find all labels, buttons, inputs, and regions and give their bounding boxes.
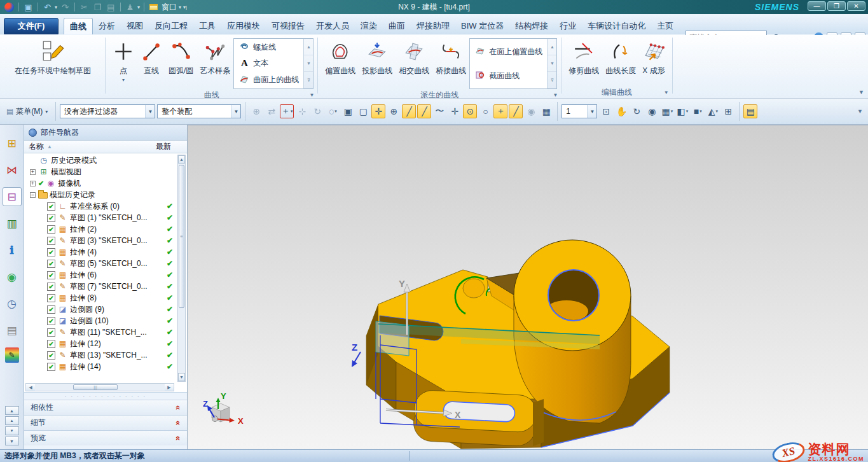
gallery-up-icon[interactable]: ▲: [548, 39, 556, 55]
snap-quadrant-icon[interactable]: ○: [478, 104, 492, 118]
scroll-down-arrow-icon[interactable]: ▼: [178, 373, 185, 381]
cad-model[interactable]: Y X Z Z Y X: [188, 125, 868, 450]
window-dropdown-icon[interactable]: ▾: [179, 4, 181, 10]
feature-label[interactable]: 草图 (13) "SKETCH_...: [70, 350, 148, 361]
filter-dropdown-icon[interactable]: ▼: [145, 105, 155, 118]
tab-reverse-engineering[interactable]: 反向工程: [149, 18, 193, 34]
point-dropdown-icon[interactable]: ▾: [122, 77, 125, 83]
view-orient-icon[interactable]: ■: [691, 104, 705, 118]
latest-column-label[interactable]: 最新: [156, 141, 171, 152]
expand-icon[interactable]: −: [30, 192, 36, 198]
tab-vehicle-design-automation[interactable]: 车辆设计自动化: [582, 18, 651, 34]
tree-item[interactable]: + ⊞ 模型视图: [24, 166, 187, 178]
snap-enable-icon[interactable]: ✛: [371, 104, 385, 118]
view-section-icon[interactable]: ◭: [706, 104, 720, 118]
assembly-constraints-icon[interactable]: ⊕: [249, 104, 263, 118]
pan-icon[interactable]: ✋: [614, 104, 628, 118]
rotate-view-icon[interactable]: ↻: [630, 104, 644, 118]
curve-length-button[interactable]: 曲线长度: [602, 37, 639, 87]
feature-label[interactable]: 模型视图: [51, 167, 81, 178]
scroll-right-arrow-icon[interactable]: ▶: [165, 384, 174, 391]
tab-developer[interactable]: 开发人员: [310, 18, 355, 34]
feature-checkbox[interactable]: ✔: [47, 363, 55, 371]
tree-item[interactable]: ✔ ▦ 拉伸 (4) ✔: [24, 246, 187, 258]
tree-vertical-scrollbar[interactable]: ▲ ≡ ▼: [177, 155, 186, 382]
feature-label[interactable]: 拉伸 (8): [70, 293, 97, 304]
tab-industry[interactable]: 行业: [554, 18, 582, 34]
feature-checkbox[interactable]: ✔: [47, 283, 55, 291]
toolbar-customize-icon[interactable]: ▾|: [183, 4, 187, 10]
tab-surface[interactable]: 曲面: [383, 18, 411, 34]
feature-checkbox[interactable]: ✔: [47, 351, 55, 360]
scroll-thumb[interactable]: |||: [73, 384, 118, 390]
feature-label[interactable]: 拉伸 (12): [70, 339, 101, 349]
resource-item[interactable]: ⊞: [3, 134, 22, 153]
scroll-up-arrow-icon[interactable]: ▲: [178, 155, 185, 164]
feature-checkbox[interactable]: ✔: [47, 340, 55, 348]
curve-on-surface-item[interactable]: 曲面上的曲线: [237, 72, 301, 87]
file-menu-button[interactable]: 文件(F): [4, 18, 59, 34]
feature-label[interactable]: 拉伸 (6): [70, 270, 97, 281]
gallery-expand-icon[interactable]: ⊽: [304, 72, 313, 88]
paste-icon[interactable]: ▤: [106, 2, 116, 12]
scroll-thumb[interactable]: ≡: [179, 165, 184, 308]
feature-checkbox[interactable]: ✔: [47, 294, 55, 302]
resource-item[interactable]: ▤: [3, 321, 22, 340]
tree-item[interactable]: ✔ ▦ 拉伸 (2) ✔: [24, 223, 187, 235]
tree-item[interactable]: ✔ ▦ 拉伸 (12) ✔: [24, 338, 187, 349]
sketch-in-task-button[interactable]: 在任务环境中绘制草图: [4, 37, 101, 87]
cut-icon[interactable]: ✂: [79, 2, 90, 12]
menu-button[interactable]: ▤ 菜单(M) ▾: [3, 102, 52, 120]
point-button[interactable]: 点 ▾: [109, 37, 137, 87]
tree-item[interactable]: ✔ ◪ 边倒圆 (10) ✔: [24, 315, 187, 326]
tree-item[interactable]: ✔ ✎ 草图 (3) "SKETCH_0... ✔: [24, 235, 187, 246]
feature-checkbox[interactable]: ✔: [47, 305, 55, 314]
snap-point-menu-icon[interactable]: ＋: [280, 104, 294, 118]
window-minimize-button[interactable]: —: [808, 1, 826, 11]
name-column-label[interactable]: 名称: [29, 141, 44, 152]
studio-spline-button[interactable]: 艺术样条: [196, 37, 233, 87]
collapse-chevron-icon[interactable]: «: [174, 405, 183, 410]
tree-item[interactable]: ✔ ◪ 边倒圆 (9) ✔: [24, 304, 187, 315]
shaded-solid-icon[interactable]: ▣: [341, 104, 355, 118]
point-constructor-icon[interactable]: ⊹: [295, 104, 309, 118]
tree-item[interactable]: ✔ ∟ 基准坐标系 (0) ✔: [24, 200, 187, 212]
tree-item[interactable]: ✔ ▦ 拉伸 (8) ✔: [24, 292, 187, 304]
undo-icon[interactable]: ↶: [42, 2, 53, 12]
resource-item[interactable]: ⊟: [3, 187, 22, 206]
lasso-select-icon[interactable]: ◌: [326, 104, 340, 118]
panel-preview[interactable]: 预览 «: [24, 430, 187, 445]
scroll-left-arrow-icon[interactable]: ◀: [26, 384, 35, 391]
bridge-curve-button[interactable]: 桥接曲线: [432, 37, 469, 87]
scroll-top-icon[interactable]: ▲: [5, 406, 19, 415]
work-layer-combo[interactable]: 1▼: [561, 104, 597, 118]
tab-weld-assistant[interactable]: 焊接助理: [411, 18, 455, 34]
feature-label[interactable]: 草图 (1) "SKETCH_0...: [70, 213, 148, 223]
snap-midpoint-icon[interactable]: ╱: [417, 104, 431, 118]
feature-label[interactable]: 拉伸 (2): [70, 224, 97, 235]
tab-application-modules[interactable]: 应用模块: [221, 18, 266, 34]
toolbar-overflow-icon[interactable]: ▼: [857, 108, 865, 115]
feature-label[interactable]: 拉伸 (14): [70, 361, 101, 372]
move-component-icon[interactable]: ⇄: [265, 104, 279, 118]
graphics-window[interactable]: Y X Z Z Y X: [188, 125, 868, 449]
new-window-icon[interactable]: ⊞: [721, 104, 735, 118]
window-restore-button[interactable]: ❐: [827, 1, 846, 11]
tree-item[interactable]: ✔ ✎ 草图 (13) "SKETCH_... ✔: [24, 349, 187, 361]
snap-sphere-icon[interactable]: ◉: [524, 104, 538, 118]
tree-item[interactable]: ✔ ▦ 拉伸 (14) ✔: [24, 361, 187, 372]
snap-point-on-curve-icon[interactable]: ╱: [509, 104, 523, 118]
selection-scope-combo[interactable]: 整个装配▼: [157, 104, 241, 118]
expand-icon[interactable]: +: [30, 169, 36, 175]
feature-checkbox[interactable]: ✔: [47, 248, 55, 256]
expand-icon[interactable]: +: [30, 181, 36, 186]
edit-group-dropdown-icon[interactable]: ▼: [664, 90, 669, 95]
x-form-button[interactable]: X 成形: [639, 37, 668, 87]
arc-circle-button[interactable]: 圆弧/圆: [165, 37, 196, 87]
tree-item[interactable]: ✔ ▦ 拉伸 (6) ✔: [24, 269, 187, 281]
offset-curve-in-face-item[interactable]: 在面上偏置曲线: [472, 44, 544, 59]
feature-checkbox[interactable]: ✔: [47, 214, 55, 222]
scroll-bottom-icon[interactable]: ▼: [5, 437, 19, 445]
resource-item[interactable]: ▥: [3, 214, 22, 233]
feature-checkbox[interactable]: ✔: [47, 271, 55, 279]
